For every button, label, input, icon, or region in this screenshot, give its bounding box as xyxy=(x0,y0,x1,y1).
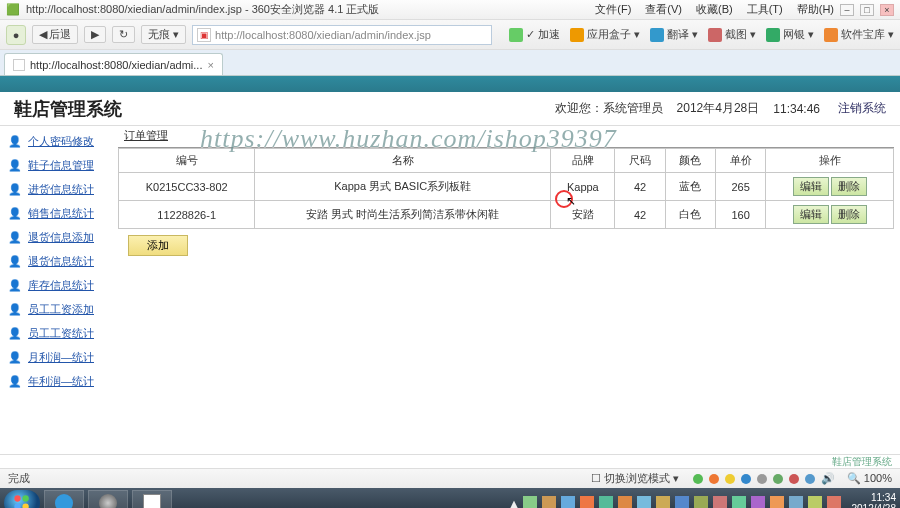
delete-button[interactable]: 删除 xyxy=(831,177,867,196)
window-minimize[interactable]: – xyxy=(840,4,854,16)
add-button[interactable]: 添加 xyxy=(128,235,188,256)
table-row: K0215CC33-802Kappa 男式 BASIC系列板鞋Kappa42蓝色… xyxy=(119,173,894,201)
sidebar-item-5[interactable]: 👤退货信息统计 xyxy=(6,250,118,272)
tray-icon-4[interactable] xyxy=(580,496,594,508)
column-header: 操作 xyxy=(766,149,894,173)
sidebar-item-icon: 👤 xyxy=(6,228,24,246)
sidebar-item-label: 退货信息添加 xyxy=(28,230,94,245)
page-icon: ▣ xyxy=(197,28,211,42)
tab-label: http://localhost:8080/xiedian/admi... xyxy=(30,59,202,71)
softstore-link[interactable]: 软件宝库 ▾ xyxy=(824,27,894,42)
cell-brand: 安踏 xyxy=(551,201,615,229)
cell-color: 白色 xyxy=(665,201,715,229)
sidebar-item-7[interactable]: 👤员工工资添加 xyxy=(6,298,118,320)
mode-dropdown[interactable]: 无痕 ▾ xyxy=(141,25,186,44)
window-restore[interactable]: □ xyxy=(860,4,874,16)
cell-brand: Kappa xyxy=(551,173,615,201)
tray-icon-17[interactable] xyxy=(827,496,841,508)
tab-close-icon[interactable]: × xyxy=(207,59,213,71)
sidebar-item-label: 员工工资添加 xyxy=(28,302,94,317)
reload-button[interactable]: ↻ xyxy=(112,26,135,43)
sidebar-item-8[interactable]: 👤员工工资统计 xyxy=(6,322,118,344)
menu-view[interactable]: 查看(V) xyxy=(645,2,682,17)
delete-button[interactable]: 删除 xyxy=(831,205,867,224)
tray-icon-9[interactable] xyxy=(675,496,689,508)
translate-link[interactable]: 翻译 ▾ xyxy=(650,27,698,42)
menu-help[interactable]: 帮助(H) xyxy=(797,2,834,17)
netbank-link[interactable]: 网银 ▾ xyxy=(766,27,814,42)
cell-name: Kappa 男式 BASIC系列板鞋 xyxy=(255,173,551,201)
cell-price: 160 xyxy=(715,201,765,229)
sidebar-item-icon: 👤 xyxy=(6,252,24,270)
edit-button[interactable]: 编辑 xyxy=(793,205,829,224)
status-mode-toggle[interactable]: ☐ 切换浏览模式 ▾ xyxy=(591,471,679,486)
sidebar-item-4[interactable]: 👤退货信息添加 xyxy=(6,226,118,248)
appbox-link[interactable]: 应用盒子 ▾ xyxy=(570,27,640,42)
status-icon-8[interactable] xyxy=(805,474,815,484)
tray-icon-6[interactable] xyxy=(618,496,632,508)
tray-icon-2[interactable] xyxy=(542,496,556,508)
tray-icon-3[interactable] xyxy=(561,496,575,508)
jiasu-link[interactable]: ✓加速 xyxy=(509,27,560,42)
svg-point-3 xyxy=(22,503,28,508)
tray-icon-7[interactable] xyxy=(637,496,651,508)
taskbar-app-3[interactable] xyxy=(132,490,172,508)
edit-button[interactable]: 编辑 xyxy=(793,177,829,196)
tray-icon-1[interactable] xyxy=(523,496,537,508)
sidebar-item-label: 库存信息统计 xyxy=(28,278,94,293)
tray-icon-16[interactable] xyxy=(808,496,822,508)
status-sound-icon[interactable]: 🔊 xyxy=(821,472,835,485)
tray-icon-14[interactable] xyxy=(770,496,784,508)
window-close[interactable]: × xyxy=(880,4,894,16)
taskbar-app-1[interactable] xyxy=(44,490,84,508)
sidebar-item-10[interactable]: 👤年利润—统计 xyxy=(6,370,118,392)
sidebar-item-icon: 👤 xyxy=(6,348,24,366)
sidebar-item-2[interactable]: 👤进货信息统计 xyxy=(6,178,118,200)
status-icon-7[interactable] xyxy=(789,474,799,484)
browser-toolbar: ● ◀ 后退 ▶ ↻ 无痕 ▾ ▣ http://localhost:8080/… xyxy=(0,20,900,50)
app-titlebar: 鞋店管理系统 欢迎您：系统管理员 2012年4月28日 11:34:46 注销系… xyxy=(0,92,900,126)
status-icon-1[interactable] xyxy=(693,474,703,484)
sidebar-item-0[interactable]: 👤个人密码修改 xyxy=(6,130,118,152)
browser-statusbar: 完成 ☐ 切换浏览模式 ▾ 🔊 🔍 100% xyxy=(0,468,900,488)
back-button[interactable]: ◀ 后退 xyxy=(32,25,78,44)
sidebar-item-icon: 👤 xyxy=(6,204,24,222)
tray-icon-12[interactable] xyxy=(732,496,746,508)
menu-tools[interactable]: 工具(T) xyxy=(747,2,783,17)
sidebar-item-icon: 👤 xyxy=(6,372,24,390)
tray-icon-8[interactable] xyxy=(656,496,670,508)
cell-ops: 编辑删除 xyxy=(766,173,894,201)
cell-size: 42 xyxy=(615,201,665,229)
forward-button[interactable]: ▶ xyxy=(84,26,106,43)
tray-arrow-icon[interactable]: ▴ xyxy=(510,494,518,509)
start-button[interactable] xyxy=(4,490,40,508)
status-done: 完成 xyxy=(8,471,30,486)
status-icon-4[interactable] xyxy=(741,474,751,484)
menu-file[interactable]: 文件(F) xyxy=(595,2,631,17)
screenshot-link[interactable]: 截图 ▾ xyxy=(708,27,756,42)
logout-link[interactable]: 注销系统 xyxy=(838,100,886,117)
status-icon-5[interactable] xyxy=(757,474,767,484)
sidebar-item-label: 进货信息统计 xyxy=(28,182,94,197)
zoom-indicator[interactable]: 🔍 100% xyxy=(847,472,892,485)
tray-icon-5[interactable] xyxy=(599,496,613,508)
sidebar-item-1[interactable]: 👤鞋子信息管理 xyxy=(6,154,118,176)
tab-active[interactable]: http://localhost:8080/xiedian/admi... × xyxy=(4,53,223,75)
status-icon-6[interactable] xyxy=(773,474,783,484)
sidebar-item-label: 员工工资统计 xyxy=(28,326,94,341)
status-icon-3[interactable] xyxy=(725,474,735,484)
tray-icon-11[interactable] xyxy=(713,496,727,508)
appbox-icon xyxy=(570,28,584,42)
menu-fav[interactable]: 收藏(B) xyxy=(696,2,733,17)
sidebar-item-label: 退货信息统计 xyxy=(28,254,94,269)
taskbar-app-2[interactable] xyxy=(88,490,128,508)
sidebar-item-3[interactable]: 👤销售信息统计 xyxy=(6,202,118,224)
tray-icon-13[interactable] xyxy=(751,496,765,508)
status-icon-2[interactable] xyxy=(709,474,719,484)
taskbar-clock[interactable]: 11:342012/4/28 xyxy=(852,492,897,508)
sidebar-item-9[interactable]: 👤月利润—统计 xyxy=(6,346,118,368)
address-bar[interactable]: ▣ http://localhost:8080/xiedian/admin/in… xyxy=(192,25,492,45)
tray-icon-10[interactable] xyxy=(694,496,708,508)
tray-icon-15[interactable] xyxy=(789,496,803,508)
sidebar-item-6[interactable]: 👤库存信息统计 xyxy=(6,274,118,296)
